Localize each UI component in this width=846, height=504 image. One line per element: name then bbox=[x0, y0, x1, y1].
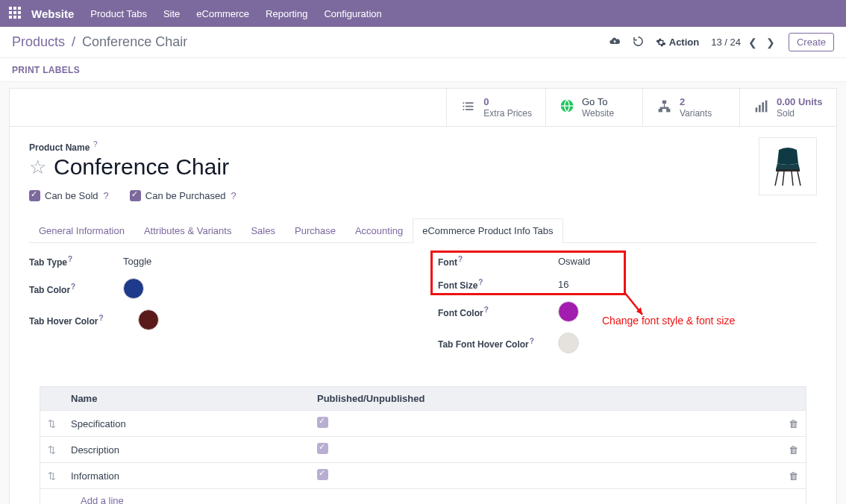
svg-line-9 bbox=[775, 171, 778, 186]
globe-icon bbox=[560, 98, 574, 116]
add-a-line[interactable]: Add a line bbox=[40, 489, 806, 504]
print-labels-button[interactable]: PRINT LABELS bbox=[12, 65, 80, 75]
title-block: Product Name ? ☆ Conference Chair Can be… bbox=[10, 127, 836, 207]
published-checkbox[interactable] bbox=[317, 443, 328, 454]
help-icon[interactable]: ? bbox=[530, 337, 534, 345]
stat-value: 0.00 Units bbox=[777, 96, 822, 108]
stat-value: 0 bbox=[483, 96, 532, 108]
help-icon[interactable]: ? bbox=[98, 314, 103, 322]
annotation-text: Change font style & font size bbox=[602, 315, 735, 327]
breadcrumb: Products / Conference Chair bbox=[12, 34, 187, 50]
form-sheet: 0 Extra Prices Go To Website 2 Variants bbox=[9, 88, 837, 504]
table-row[interactable]: ⇅ Information 🗑 bbox=[40, 463, 806, 489]
tab-attributes-variants[interactable]: Attributes & Variants bbox=[134, 218, 242, 243]
can-be-sold-checkbox[interactable] bbox=[29, 190, 40, 201]
tab-color-label: Tab Color bbox=[29, 285, 70, 295]
action-button[interactable]: Action bbox=[656, 37, 699, 48]
published-checkbox[interactable] bbox=[317, 469, 328, 480]
tab-general-information[interactable]: General Information bbox=[29, 218, 134, 243]
help-icon[interactable]: ? bbox=[484, 306, 489, 314]
svg-rect-8 bbox=[776, 169, 800, 171]
form-right-col: Font? Oswald Font Size? 16 Font Color? T… bbox=[438, 255, 817, 364]
help-icon[interactable]: ? bbox=[71, 283, 75, 291]
tab-type-value[interactable]: Toggle bbox=[123, 256, 151, 267]
tab-hover-color-label: Tab Hover Color bbox=[29, 316, 98, 327]
help-icon[interactable]: ? bbox=[68, 255, 72, 263]
pager-next[interactable]: ❯ bbox=[765, 37, 777, 48]
th-name[interactable]: Name bbox=[63, 387, 310, 411]
svg-rect-3 bbox=[666, 109, 670, 112]
create-button[interactable]: Create bbox=[789, 33, 834, 51]
delete-row-icon[interactable]: 🗑 bbox=[781, 411, 806, 437]
help-icon[interactable]: ? bbox=[104, 190, 109, 201]
undo-icon[interactable] bbox=[633, 36, 644, 49]
sitemap-icon bbox=[657, 98, 672, 116]
tab-bar: General Information Attributes & Variant… bbox=[29, 218, 817, 243]
list-icon bbox=[460, 98, 476, 116]
can-be-purchased-checkbox[interactable] bbox=[130, 190, 141, 201]
pager-text: 13 / 24 bbox=[711, 37, 741, 48]
stat-value: 2 bbox=[680, 96, 712, 108]
can-be-sold-label: Can be Sold bbox=[45, 190, 98, 201]
stat-extra-prices[interactable]: 0 Extra Prices bbox=[446, 89, 545, 126]
published-checkbox[interactable] bbox=[317, 417, 328, 428]
annotation-box bbox=[430, 251, 626, 295]
svg-rect-4 bbox=[756, 107, 758, 112]
apps-icon[interactable] bbox=[9, 7, 22, 20]
nav-ecommerce[interactable]: eCommerce bbox=[196, 8, 249, 19]
tab-hover-color-swatch[interactable] bbox=[138, 309, 159, 330]
svg-rect-6 bbox=[762, 102, 764, 112]
table-row[interactable]: ⇅ Specification 🗑 bbox=[40, 411, 806, 437]
stat-label: Variants bbox=[680, 108, 712, 119]
th-published[interactable]: Published/Unpublished bbox=[310, 387, 781, 411]
product-name-label: Product Name bbox=[29, 142, 90, 153]
table-row[interactable]: ⇅ Description 🗑 bbox=[40, 437, 806, 463]
stat-sold[interactable]: 0.00 Units Sold bbox=[739, 89, 836, 126]
breadcrumb-leaf: Conference Chair bbox=[82, 34, 187, 49]
nav-configuration[interactable]: Configuration bbox=[324, 8, 381, 19]
delete-row-icon[interactable]: 🗑 bbox=[781, 437, 806, 463]
action-label: Action bbox=[669, 37, 699, 48]
drag-handle-icon[interactable]: ⇅ bbox=[40, 411, 63, 437]
help-icon[interactable]: ? bbox=[93, 140, 98, 148]
info-tabs-table: Name Published/Unpublished ⇅ Specificati… bbox=[40, 386, 806, 504]
app-brand[interactable]: Website bbox=[31, 7, 74, 20]
tab-color-swatch[interactable] bbox=[123, 278, 144, 299]
font-color-label: Font Color bbox=[438, 308, 483, 318]
svg-rect-1 bbox=[662, 101, 666, 104]
delete-row-icon[interactable]: 🗑 bbox=[781, 463, 806, 489]
nav-site[interactable]: Site bbox=[163, 8, 180, 19]
tab-purchase[interactable]: Purchase bbox=[285, 218, 345, 243]
drag-handle-icon[interactable]: ⇅ bbox=[40, 463, 63, 489]
form-left-col: Tab Type? Toggle Tab Color? Tab Hover Co… bbox=[29, 255, 408, 364]
pager-prev[interactable]: ❮ bbox=[747, 37, 759, 48]
favorite-star-icon[interactable]: ☆ bbox=[29, 156, 46, 179]
bar-chart-icon bbox=[753, 98, 769, 116]
nav-reporting[interactable]: Reporting bbox=[266, 8, 307, 19]
stat-variants[interactable]: 2 Variants bbox=[642, 89, 739, 126]
nav-product-tabs[interactable]: Product Tabs bbox=[90, 8, 147, 19]
svg-line-11 bbox=[783, 171, 784, 186]
row-name[interactable]: Description bbox=[63, 437, 310, 463]
svg-rect-2 bbox=[659, 109, 662, 112]
font-hover-color-label: Tab Font Hover Color bbox=[438, 339, 529, 350]
stat-go-to-website[interactable]: Go To Website bbox=[545, 89, 642, 126]
product-title[interactable]: Conference Chair bbox=[54, 154, 229, 180]
tab-ecommerce-product-info[interactable]: eCommerce Product Info Tabs bbox=[413, 218, 563, 243]
breadcrumb-root[interactable]: Products bbox=[12, 34, 65, 49]
cloud-upload-icon[interactable] bbox=[609, 35, 621, 49]
tab-accounting[interactable]: Accounting bbox=[345, 218, 413, 243]
svg-line-12 bbox=[792, 171, 793, 186]
tab-sales[interactable]: Sales bbox=[241, 218, 285, 243]
row-name[interactable]: Information bbox=[63, 463, 310, 489]
stat-top: Go To bbox=[582, 96, 614, 108]
row-name[interactable]: Specification bbox=[63, 411, 310, 437]
svg-rect-7 bbox=[765, 101, 768, 113]
help-icon[interactable]: ? bbox=[231, 190, 236, 201]
gear-icon bbox=[656, 37, 666, 48]
font-color-swatch[interactable] bbox=[558, 301, 579, 322]
font-hover-color-swatch[interactable] bbox=[558, 333, 579, 353]
drag-handle-icon[interactable]: ⇅ bbox=[40, 437, 63, 463]
controls-right: Action 13 / 24 ❮ ❯ Create bbox=[609, 33, 834, 51]
product-image[interactable] bbox=[759, 137, 817, 195]
